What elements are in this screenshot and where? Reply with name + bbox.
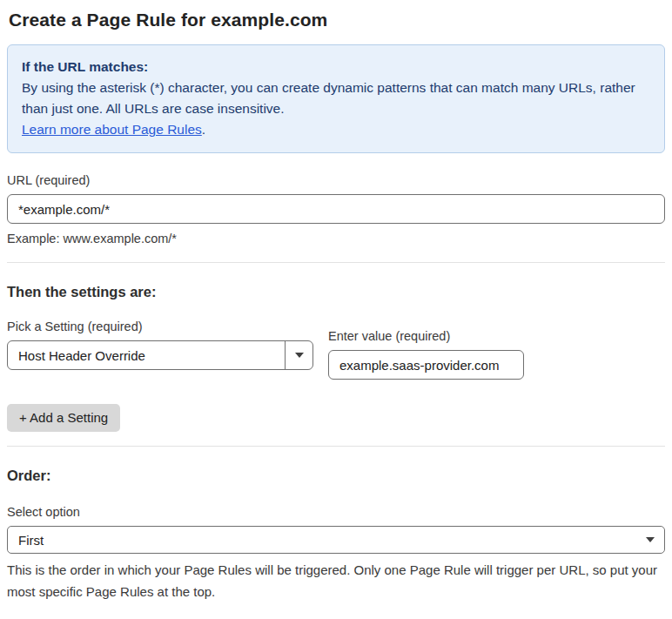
enter-value-label: Enter value (required) [328,329,524,343]
settings-row: Pick a Setting (required) Host Header Ov… [7,320,665,380]
setting-dropdown[interactable]: Host Header Override [7,340,313,370]
chevron-down-icon [646,537,655,542]
url-helper-text: Example: www.example.com/* [7,230,665,248]
order-select-label: Select option [7,505,665,519]
url-input[interactable] [7,194,665,224]
divider [7,262,665,263]
create-page-rule-form: Create a Page Rule for example.com If th… [0,0,672,619]
order-select[interactable]: First [7,526,665,554]
order-section-heading: Order: [7,468,665,484]
info-box-link-line: Learn more about Page Rules. [22,119,650,140]
url-match-info-box: If the URL matches: By using the asteris… [7,44,665,153]
page-title: Create a Page Rule for example.com [9,10,665,30]
learn-more-link[interactable]: Learn more about Page Rules [22,122,202,137]
setting-dropdown-value: Host Header Override [8,341,285,369]
pick-setting-label: Pick a Setting (required) [7,320,313,333]
url-label: URL (required) [7,173,665,187]
setting-value-column: Enter value (required) [328,329,524,380]
link-suffix: . [202,122,205,137]
add-setting-button[interactable]: + Add a Setting [7,404,120,432]
info-box-body: By using the asterisk (*) character, you… [22,77,650,119]
setting-value-input[interactable] [328,350,524,380]
chevron-down-icon [295,353,304,358]
divider [7,446,665,447]
order-helper-text: This is the order in which your Page Rul… [7,559,665,602]
url-section: URL (required) Example: www.example.com/… [7,173,665,248]
setting-picker-column: Pick a Setting (required) Host Header Ov… [7,320,313,380]
info-box-heading: If the URL matches: [22,57,650,77]
setting-dropdown-arrow-button[interactable] [285,341,312,369]
settings-section-heading: Then the settings are: [7,284,665,300]
order-select-value: First [18,533,44,548]
